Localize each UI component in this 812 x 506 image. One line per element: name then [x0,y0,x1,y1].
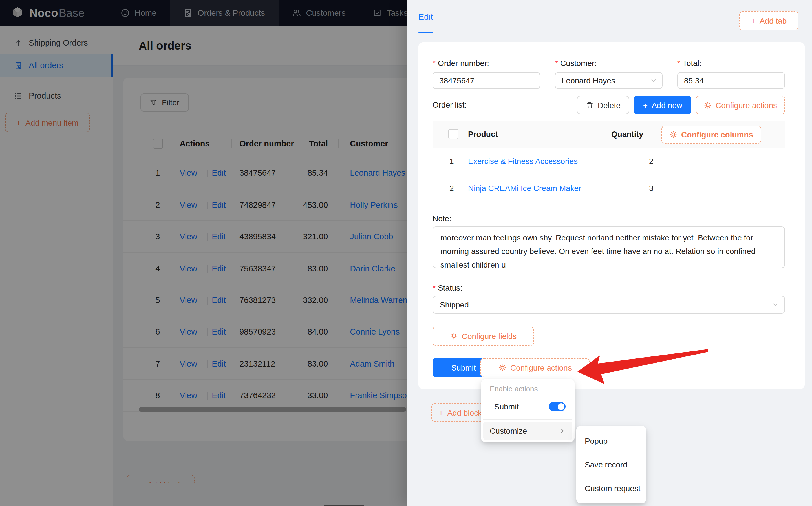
gear-icon [498,364,506,372]
product-link[interactable]: Exercise & Fitness Accessories [468,157,578,166]
submenu-item-save-record[interactable]: Save record [576,453,646,477]
total-label: * Total: [677,57,785,69]
configure-fields-button[interactable]: Configure fields [432,327,534,346]
required-asterisk: * [677,59,680,68]
configure-columns-button[interactable]: Configure columns [662,125,761,144]
select-all-checkbox[interactable] [448,129,459,139]
form-fields-row: * Order number: 38475647 * Customer: Leo… [432,57,785,89]
order-number-field: * Order number: 38475647 [432,57,540,89]
chevron-right-icon [558,427,565,434]
order-list-row: 1Exercise & Fitness Accessories2 [432,148,785,175]
order-list-toolbar: Delete + Add new Configure actions [577,96,785,114]
add-tab-label: Add tab [759,16,787,25]
quantity-cell: 2 [649,157,654,166]
menu-item-customize[interactable]: Customize [483,422,572,439]
gear-icon [450,332,458,340]
row-index: 1 [450,157,454,166]
customer-label: * Customer: [555,57,663,69]
menu-divider [483,419,572,419]
required-asterisk: * [555,59,558,68]
required-asterisk: * [432,59,435,68]
gear-icon [704,101,712,109]
customer-select[interactable]: Leonard Hayes [555,72,663,89]
order-number-label: * Order number: [432,57,540,69]
configure-actions-button-form[interactable]: Configure actions [480,358,590,377]
add-new-button[interactable]: + Add new [634,96,691,114]
plus-icon: + [643,100,648,109]
plus-icon: + [751,16,756,25]
order-list-row: 2Ninja CREAMi Ice Cream Maker3 [432,175,785,202]
chevron-down-icon [772,301,779,308]
drawer-tab-bar: Edit + Add tab [407,0,812,33]
order-number-input[interactable]: 38475647 [432,72,540,89]
gear-icon [669,131,677,139]
plus-icon: + [439,408,443,417]
total-input[interactable]: 85.34 [677,72,785,89]
trash-icon [586,101,594,109]
note-textarea[interactable]: moreover man feelings own shy. Request n… [432,226,785,268]
order-list-label: Order list: [432,100,467,109]
status-select[interactable]: Shipped [432,296,785,314]
add-tab-button[interactable]: + Add tab [739,11,799,30]
configure-actions-button-orderlist[interactable]: Configure actions [696,96,785,114]
delete-button[interactable]: Delete [577,96,629,114]
status-label: * Status: [432,283,462,292]
row-index: 2 [450,184,454,193]
menu-group-title: Enable actions [483,381,572,396]
customize-submenu: PopupSave recordCustom request [576,426,646,503]
column-header-product: Product [468,130,498,139]
order-list-table-header: Product Quantity Configure columns [432,120,785,148]
chevron-down-icon [650,77,657,84]
tab-edit[interactable]: Edit [418,0,433,33]
edit-form-card: * Order number: 38475647 * Customer: Leo… [418,42,805,389]
order-list-table: Product Quantity Configure columns 1Exer… [432,120,785,202]
customer-field: * Customer: Leonard Hayes [555,57,663,89]
product-link[interactable]: Ninja CREAMi Ice Cream Maker [468,184,581,193]
app-root: Noco Base Home Orders & Products [0,0,812,506]
total-field: * Total: 85.34 [677,57,785,89]
configure-actions-menu: Enable actions Submit Customize [481,379,574,442]
note-label: Note: [432,214,452,223]
column-header-quantity: Quantity [611,130,644,139]
menu-item-submit[interactable]: Submit [483,396,572,416]
required-asterisk: * [432,283,435,292]
submenu-item-popup[interactable]: Popup [576,429,646,453]
submenu-item-custom-request[interactable]: Custom request [576,477,646,500]
quantity-cell: 3 [649,184,654,193]
submit-toggle[interactable] [548,402,565,411]
